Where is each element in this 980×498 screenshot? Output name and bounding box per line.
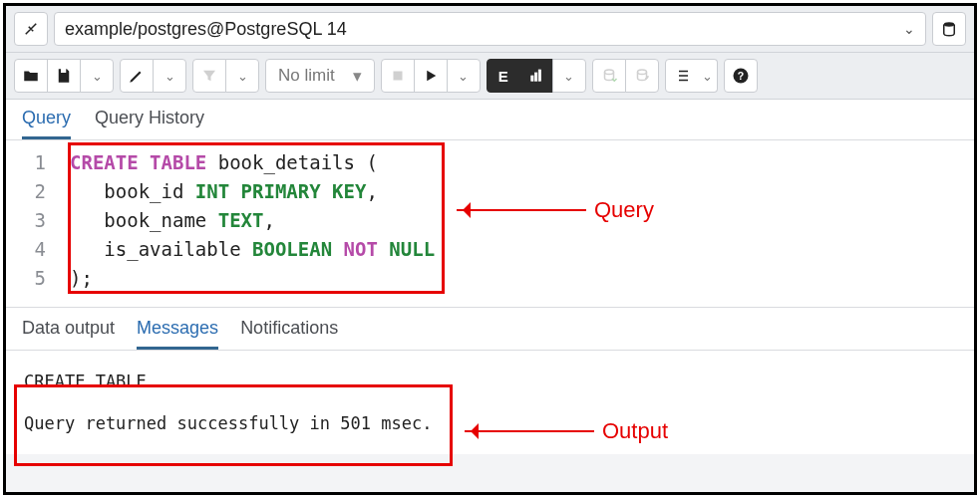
svg-point-5 [604,70,613,75]
help-icon: ? [732,67,750,85]
output-tabs: Data output Messages Notifications [6,307,974,351]
filter-button[interactable] [192,59,226,93]
annotation-label: Query [594,197,654,223]
chart-icon [527,67,545,85]
commit-icon [600,67,618,85]
macros-button[interactable] [665,59,699,93]
limit-select[interactable]: No limit ▾ [265,59,375,93]
svg-rect-2 [530,76,532,81]
tab-query[interactable]: Query [22,108,71,139]
folder-icon [22,67,40,85]
code-area[interactable]: CREATE TABLE book_details ( book_id INT … [58,148,435,293]
svg-point-0 [944,22,955,27]
chevron-down-icon: ⌄ [563,69,574,84]
annotation-output: Output [465,418,668,444]
explain-button[interactable]: E [487,59,520,93]
tab-query-history[interactable]: Query History [95,108,204,139]
execute-button[interactable] [414,59,448,93]
execute-dropdown[interactable]: ⌄ [447,59,481,93]
message-line: CREATE TABLE [24,367,956,396]
plug-icon [22,20,40,38]
tab-notifications[interactable]: Notifications [240,318,338,350]
edit-button[interactable] [120,59,154,93]
edit-dropdown[interactable]: ⌄ [153,59,186,93]
pencil-icon [128,67,146,85]
new-connection-button[interactable] [932,12,966,46]
macros-dropdown[interactable]: ⌄ [698,59,718,93]
save-icon [55,67,73,85]
rollback-button[interactable] [625,59,659,93]
chevron-down-icon: ⌄ [702,69,713,84]
arrow-icon [457,209,586,211]
svg-point-6 [637,70,646,75]
open-file-button[interactable] [14,59,48,93]
chevron-down-icon: ⌄ [164,69,175,84]
svg-rect-4 [538,70,540,81]
rollback-icon [633,67,651,85]
line-gutter: 12345 [6,148,58,293]
save-dropdown[interactable]: ⌄ [80,59,114,93]
annotation-label: Output [602,418,668,444]
chevron-down-icon: ⌄ [237,69,248,84]
chevron-down-icon: ⌄ [458,69,469,84]
tab-data-output[interactable]: Data output [22,318,115,350]
caret-down-icon: ▾ [353,66,362,87]
help-button[interactable]: ? [724,59,758,93]
database-icon [940,20,958,38]
stop-icon [389,67,407,85]
limit-label: No limit [278,66,335,86]
connection-label: example/postgres@PostgreSQL 14 [65,19,347,40]
filter-dropdown[interactable]: ⌄ [225,59,259,93]
editor-tabs: Query Query History [6,100,974,140]
chevron-down-icon: ⌄ [92,69,103,84]
list-icon [673,67,691,85]
sql-editor[interactable]: 12345 CREATE TABLE book_details ( book_i… [6,140,974,307]
commit-button[interactable] [592,59,626,93]
disconnect-button[interactable] [14,12,48,46]
toolbar: ⌄ ⌄ ⌄ No limit ▾ ⌄ [6,53,974,100]
annotation-query: Query [457,197,654,223]
filter-icon [200,67,218,85]
svg-rect-1 [393,72,402,81]
connection-select[interactable]: example/postgres@PostgreSQL 14 ⌄ [54,12,926,46]
save-button[interactable] [47,59,81,93]
arrow-icon [465,430,594,432]
explain-analyze-button[interactable] [519,59,553,93]
svg-text:?: ? [737,70,743,82]
chevron-down-icon: ⌄ [903,21,915,37]
stop-button[interactable] [381,59,415,93]
play-icon [422,67,440,85]
explain-dropdown[interactable]: ⌄ [552,59,586,93]
svg-rect-3 [534,73,536,81]
connection-bar: example/postgres@PostgreSQL 14 ⌄ [6,6,974,53]
tab-messages[interactable]: Messages [137,318,218,350]
explain-icon: E [498,68,508,85]
